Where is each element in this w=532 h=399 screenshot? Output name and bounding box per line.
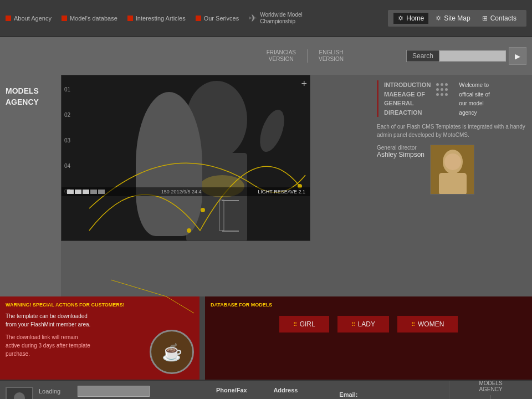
director-section: General director Ashley Simpson bbox=[377, 145, 526, 195]
models-agency-footer: MODELSAGENCY @2004 PrivacyPolicy bbox=[472, 380, 510, 400]
svg-point-1 bbox=[186, 81, 247, 158]
lang-area: FRIANCIASVERSION ENGLISHVERSION bbox=[0, 49, 360, 63]
grid-icon-1: ⠿ bbox=[293, 321, 297, 328]
footer-agency-label: MODELSAGENCY bbox=[479, 380, 502, 392]
photo-numbers: 01 02 03 04 05 bbox=[64, 86, 70, 195]
db-lady-button[interactable]: ⠿ LADY bbox=[337, 316, 389, 332]
nav-about[interactable]: About Agency bbox=[6, 15, 52, 22]
nav-services[interactable]: Our Serivces bbox=[196, 15, 239, 22]
director-label: General director bbox=[377, 145, 424, 151]
left-sidebar: MODELSAGENCY bbox=[0, 75, 61, 296]
nav-dot bbox=[62, 16, 67, 21]
footer-address-col: Address New York,us,9008 Personal Str,90… bbox=[273, 386, 323, 399]
nav-home[interactable]: ✡ Home bbox=[393, 13, 428, 24]
footer: Loading Password ▶ Phone/Fax 8-0500-0045… bbox=[0, 380, 532, 399]
description-text: Each of our Flash CMS Templates is integ… bbox=[377, 122, 526, 139]
address-title: Address bbox=[273, 386, 323, 396]
photo-area: 01 02 03 04 05 bbox=[61, 75, 310, 241]
intro-title: INTRODUCTIONMAEEAGE OFGENERALDIREACTION bbox=[378, 80, 431, 117]
intro-dots-section bbox=[436, 83, 448, 117]
plane-icon: ✈ bbox=[249, 12, 257, 24]
database-buttons: ⠿ GIRL ⠿ LADY ⠿ WOMEN bbox=[211, 316, 526, 332]
search-area: Search ▶ bbox=[406, 47, 526, 65]
nav-dot bbox=[6, 16, 11, 21]
search-label: Search bbox=[406, 50, 439, 62]
loading-input[interactable] bbox=[78, 386, 150, 397]
lang-search-bar: FRIANCIASVERSION ENGLISHVERSION Search ▶ bbox=[0, 37, 532, 75]
intro-section: INTRODUCTIONMAEEAGE OFGENERALDIREACTION bbox=[377, 80, 431, 117]
database-section: DATABASE FOR MODELS ⠿ GIRL ⠿ LADY ⠿ WOME… bbox=[205, 296, 532, 380]
grid-icon-2: ⠿ bbox=[351, 321, 355, 328]
welcome-text: Welcome tooffical site ofour modelagency bbox=[459, 80, 489, 117]
nav-championship[interactable]: ✈ Worldwide ModelChampionship bbox=[249, 12, 303, 25]
database-title: DATABASE FOR MODELS bbox=[211, 302, 526, 308]
dots-row-2 bbox=[436, 88, 448, 91]
svg-point-20 bbox=[444, 154, 461, 170]
lang-friancias[interactable]: FRIANCIASVERSION bbox=[255, 49, 308, 63]
nav-database[interactable]: Model's database bbox=[62, 15, 117, 22]
dots-row-3 bbox=[436, 93, 448, 96]
contacts-icon: ⊞ bbox=[482, 14, 488, 22]
vertical-bar-left bbox=[200, 296, 205, 380]
footer-divider bbox=[490, 395, 491, 400]
footer-right: MODELSAGENCY @2004 PrivacyPolicy bbox=[449, 381, 532, 399]
director-photo-svg bbox=[431, 145, 474, 195]
nav-right: ✡ Home ✡ Site Map ⊞ Contacts bbox=[388, 10, 526, 27]
director-name: Ashley Simpson bbox=[377, 151, 424, 158]
loading-row: Loading bbox=[39, 386, 171, 397]
warning-title: WARNING! SPECIAL ACTIONS FOR CUSTOMERS! bbox=[6, 302, 194, 308]
nav-sitemap[interactable]: ✡ Site Map bbox=[431, 13, 474, 24]
right-panel: INTRODUCTIONMAEEAGE OFGENERALDIREACTION bbox=[371, 75, 532, 296]
model-image bbox=[62, 75, 310, 241]
footer-info: Phone/Fax 8-0500-0045004 8-0400-4040040 … bbox=[205, 381, 449, 399]
progress-bar bbox=[67, 190, 105, 194]
svg-rect-0 bbox=[62, 75, 310, 241]
dots-row-1 bbox=[436, 83, 448, 86]
nav-items: About Agency Model's database Interestin… bbox=[6, 12, 388, 25]
main-content: MODELSAGENCY bbox=[0, 75, 532, 296]
warning-section: WARNING! SPECIAL ACTIONS FOR CUSTOMERS! … bbox=[0, 296, 200, 380]
nav-articles[interactable]: Interesting Articles bbox=[127, 15, 186, 22]
warning-text-1: The template can be downloaded from your… bbox=[6, 312, 194, 329]
center-content: 01 02 03 04 05 bbox=[61, 75, 371, 296]
photo-bottom-bar: 150 2012/9/5 24:4 LIGHT RESEAVE 2.1 bbox=[62, 187, 310, 196]
intro-block: INTRODUCTIONMAEEAGE OFGENERALDIREACTION bbox=[377, 80, 526, 117]
director-info: General director Ashley Simpson bbox=[377, 145, 424, 158]
loading-label: Loading bbox=[39, 388, 75, 395]
director-photo bbox=[430, 145, 474, 195]
search-arrow-icon: ▶ bbox=[515, 52, 520, 60]
grid-icon-3: ⠿ bbox=[411, 321, 415, 328]
nav-dot bbox=[127, 16, 133, 21]
avatar bbox=[6, 387, 33, 400]
plus-icon[interactable]: + bbox=[301, 78, 307, 90]
nav-dot bbox=[196, 16, 201, 21]
phone-title: Phone/Fax bbox=[216, 386, 257, 396]
footer-email-col: Email: name@company.com bbox=[339, 390, 393, 399]
footer-phone-col: Phone/Fax 8-0500-0045004 8-0400-4040040 bbox=[216, 386, 257, 399]
email-title: Email: bbox=[339, 390, 393, 399]
login-fields: Loading Password ▶ bbox=[39, 386, 171, 399]
home-icon: ✡ bbox=[398, 14, 403, 22]
bottom-sections: WARNING! SPECIAL ACTIONS FOR CUSTOMERS! … bbox=[0, 296, 532, 380]
coffee-icon: ☕ bbox=[150, 330, 194, 374]
login-section: Loading Password ▶ bbox=[0, 381, 205, 399]
search-input[interactable] bbox=[439, 50, 506, 62]
model-svg bbox=[62, 75, 310, 241]
photo-info: 150 2012/9/5 24:4 bbox=[161, 189, 202, 195]
search-button[interactable]: ▶ bbox=[509, 47, 526, 65]
svg-rect-19 bbox=[439, 173, 467, 195]
db-women-button[interactable]: ⠿ WOMEN bbox=[397, 316, 458, 332]
agency-title: MODELSAGENCY bbox=[6, 86, 55, 108]
svg-point-23 bbox=[14, 392, 25, 400]
top-navigation: About Agency Model's database Interestin… bbox=[0, 0, 532, 37]
nav-contacts[interactable]: ⊞ Contacts bbox=[478, 13, 521, 24]
avatar-svg bbox=[8, 390, 30, 400]
lang-english[interactable]: ENGLISHVERSION bbox=[308, 49, 355, 63]
light-text: LIGHT RESEAVE 2.1 bbox=[258, 189, 305, 195]
db-girl-button[interactable]: ⠿ GIRL bbox=[279, 316, 329, 332]
svg-point-4 bbox=[138, 112, 185, 172]
sitemap-icon: ✡ bbox=[436, 14, 441, 22]
